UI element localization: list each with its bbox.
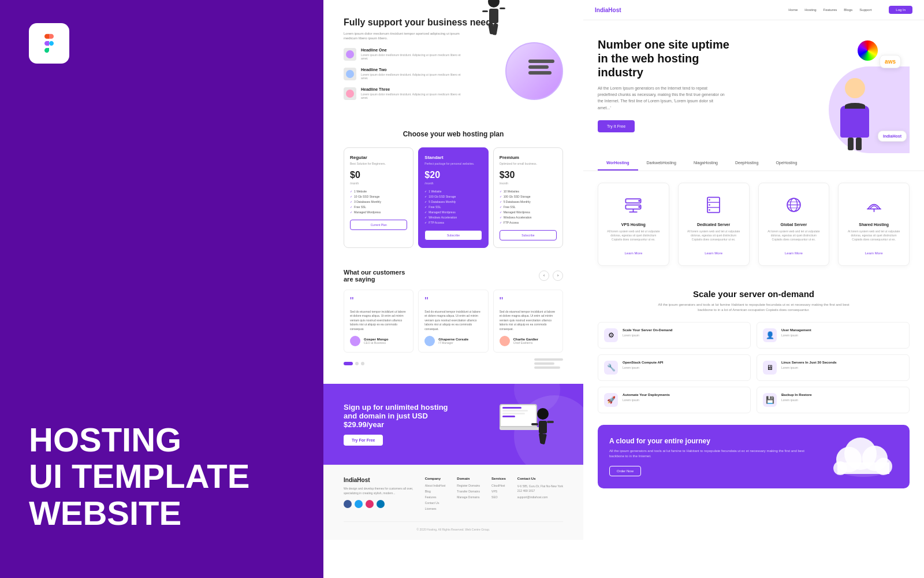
author-avatar-3 [500,336,510,346]
right-hero: Number one site uptime in the web hostin… [583,20,924,153]
plan-cta-premium[interactable]: Subscribe [500,230,557,240]
global-learn-more[interactable]: Learn More [785,251,803,255]
nav-link-support[interactable]: Support [859,8,871,12]
dedicated-learn-more[interactable]: Learn More [705,251,722,255]
testimonial-text-1: Sed do eiusmod tempor incididunt ut labo… [350,310,407,332]
scale-deploy-icon: 🚀 [604,393,618,407]
center-mockup-panel: Fully support your business needs Lorem … [323,0,583,578]
footer-col-company: Company About IndiaHost Blog Features Co… [425,477,446,513]
svg-point-0 [488,0,500,8]
feature-item-1: Headline One Lorem ipsum dolor medlonum … [344,48,465,61]
scale-title: Scale your server on-demand [598,289,910,299]
linkedin-icon[interactable] [377,500,385,508]
hero-description: Lorem ipsum dolor meclonum tincidunt tem… [344,31,471,41]
hero-features: Headline One Lorem ipsum dolor medlonum … [344,48,465,107]
footer-col-services: Services CloudHost VPS SEO [491,477,506,513]
right-hero-description: All the Lorem Ipsum generators on the In… [598,85,725,111]
cloud-cta: A cloud for your entire journey All the … [598,425,910,488]
feature-text-3: Headline Three Lorem ipsum dolor medlonu… [361,87,465,100]
scale-backup-icon: 💾 [763,393,777,407]
quote-mark-3: " [500,296,557,306]
vps-hosting-icon [620,192,646,218]
testimonials-next-button[interactable]: › [553,271,563,281]
feature-avatar-1 [344,48,356,61]
brand-tab-darkwebhosting[interactable]: DarkwebHosting [638,156,685,171]
testimonials-prev-button[interactable]: ‹ [539,271,549,281]
nav-link-home[interactable]: Home [788,8,798,12]
plan-cta-regular[interactable]: Current Plan [350,220,407,230]
svg-point-15 [639,206,641,208]
svg-point-14 [639,200,641,202]
quote-mark-2: " [424,296,482,306]
pricing-card-regular: Regular Best Solution for Beginners. $0 … [344,147,413,248]
service-card-global: Global Server At lorem system web and te… [758,183,830,266]
scale-user-icon: 👤 [763,328,777,342]
figma-logo [29,23,69,64]
right-nav-logo: IndiaHost [595,7,621,13]
svg-rect-7 [539,421,547,433]
right-nav-links: Home Hosting Features Blogs Support [630,8,872,12]
feature-text-2: Headline Two Lorem ipsum dolor medlonum … [361,68,465,80]
feature-text-1: Headline One Lorem ipsum dolor medlonum … [361,48,465,61]
svg-point-36 [833,461,847,475]
testimonial-card-2: " Sed do eiusmod tempor incididunt ut la… [418,290,488,353]
testimonial-text-2: Sed do eiusmod tempor incididunt ut labo… [424,310,482,332]
brand-tab-niagahosting[interactable]: NiagaHosting [685,156,726,171]
vps-learn-more[interactable]: Learn More [625,251,643,255]
scale-feature-1: ⚙ Scale Your Server On-Demand Lorem ipsu… [598,322,751,349]
footer-brand: IndiaHost We design and develop themes f… [344,477,413,513]
right-hero-cta-button[interactable]: Try It Free [598,120,635,132]
facebook-icon[interactable] [344,500,352,508]
service-card-shared: Shared Hosting At lorem system web and t… [838,183,910,266]
right-nav: IndiaHost Home Hosting Features Blogs Su… [583,0,924,20]
scale-feature-2: 👤 User Management Lorem ipsum [757,322,910,349]
svg-point-22 [709,204,710,206]
right-hero-content: Number one site uptime in the web hostin… [598,38,765,132]
feature-item-3: Headline Three Lorem ipsum dolor medlonu… [344,87,465,100]
svg-point-23 [709,209,710,211]
brand-tab-opehosting[interactable]: OpeHosting [767,156,806,171]
illus-bars [528,60,554,75]
testimonial-cards: " Sed do eiusmod tempor incididunt ut la… [344,290,563,353]
svg-rect-1 [489,9,498,23]
indiahost-badge: IndiaHost [878,131,907,142]
nav-link-blogs[interactable]: Blogs [844,8,852,12]
testimonial-author-3: Charlie Gardier Chief Eselterns [500,336,557,346]
instagram-icon[interactable] [366,500,374,508]
global-server-icon [781,192,807,218]
plan-cta-standard[interactable]: Subscribe [424,230,482,240]
character-illustration [834,78,875,147]
cta-try-button[interactable]: Try For Free [344,435,383,446]
feature-item-2: Headline Two Lorem ipsum dolor medlonum … [344,68,465,80]
footer-copyright: © 2020 Hosting. All Rights Reserved. Web… [344,521,563,531]
pricing-card-premium: Premium Optimized for small business. $3… [493,147,563,248]
twitter-icon[interactable] [355,500,363,508]
dedicated-service-desc: All lorem system web and tet ut vulputat… [685,229,742,242]
service-card-vps: VPS Hosting All lorem system web and tet… [598,183,669,266]
shared-service-desc: At lorem system web and tet ut vulputate… [845,229,902,242]
svg-point-6 [537,408,549,420]
scale-server-icon: ⚙ [604,328,618,342]
cta-person-illustration [528,407,557,453]
svg-rect-2 [482,10,488,12]
brand-tab-worhosting[interactable]: WorHosting [598,156,638,171]
cloud-cta-button[interactable]: Order Now [609,466,641,476]
dedicated-service-name: Dedicated Server [685,223,742,227]
footer-col-domain: Domain Register Domains Transfer Domains… [457,477,480,513]
cloud-cta-title: A cloud for your entire journey [609,437,820,445]
brand-tab-deephosting[interactable]: DeepHosting [726,156,767,171]
testimonials-nav: ‹ › [539,271,563,281]
scale-feature-6: 💾 Backup In Restore Lorem ipsum [757,387,910,413]
right-mockup-panel: IndiaHost Home Hosting Features Blogs Su… [583,0,924,578]
service-card-dedicated: Dedicated Server All lorem system web an… [678,183,750,266]
walking-person-illustration [476,0,511,48]
nav-link-hosting[interactable]: Hosting [804,8,816,12]
right-nav-login-button[interactable]: Log In [889,6,912,14]
pricing-card-standard: Standart Perfect package for personal we… [418,147,488,248]
shared-learn-more[interactable]: Learn More [865,251,883,255]
testimonials-header: What our customers are saying ‹ › [344,269,563,283]
nav-link-features[interactable]: Features [824,8,837,12]
brand-tabs: WorHosting DarkwebHosting NiagaHosting D… [583,156,924,171]
hero-section: Fully support your business needs Lorem … [323,0,583,118]
cloud-cta-desc: All the ipsum generators and tools at lu… [609,449,820,458]
